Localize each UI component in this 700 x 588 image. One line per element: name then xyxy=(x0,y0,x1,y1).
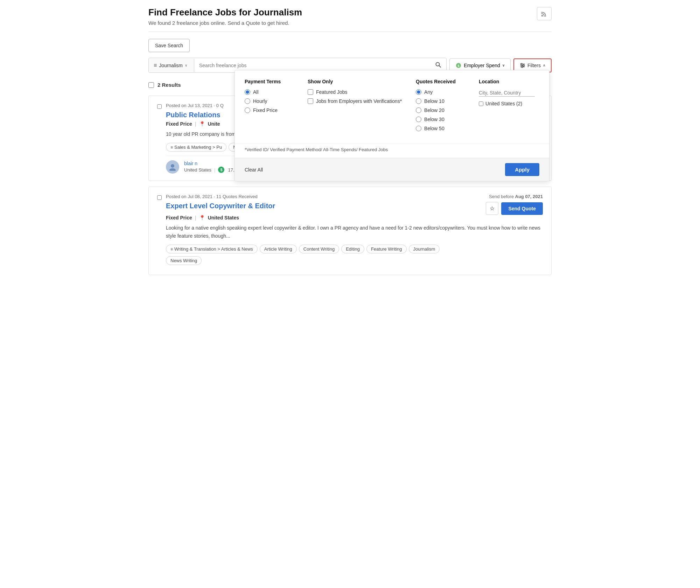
job2-title-link[interactable]: Expert Level Copywriter & Editor xyxy=(166,202,459,210)
list-icon: ≡ xyxy=(170,145,173,150)
job1-posted: Posted on Jul 13, 2021 · 0 Q xyxy=(166,103,224,108)
quotes-any-radio[interactable] xyxy=(416,89,421,95)
job2-send-before: Aug 07, 2021 xyxy=(515,194,543,199)
job2-desc: Looking for a native english speaking ex… xyxy=(166,224,543,240)
pin-icon: 📍 xyxy=(199,121,205,127)
employer-spend-label: Employer Spend xyxy=(464,63,500,68)
quotes-below30-label: Below 30 xyxy=(424,117,444,122)
location-input[interactable] xyxy=(479,89,535,97)
payment-fixed-radio[interactable] xyxy=(245,107,250,113)
job2-category-tag[interactable]: ≡ Writing & Translation > Articles & New… xyxy=(166,245,258,253)
rss-button[interactable] xyxy=(537,7,552,20)
quotes-received-title: Quotes Received xyxy=(416,79,465,84)
page-subtitle: We found 2 freelance jobs online. Send a… xyxy=(148,20,302,26)
job1-location: Unite xyxy=(208,121,220,127)
location-section: Location United States (2) xyxy=(479,79,535,135)
job2-tag-feature[interactable]: Feature Writing xyxy=(366,245,407,253)
payment-all-label: All xyxy=(253,89,259,95)
job2-checkbox[interactable] xyxy=(157,195,162,200)
quotes-below10-label: Below 10 xyxy=(424,98,444,104)
quotes-below50-option[interactable]: Below 50 xyxy=(416,126,465,131)
save-search-button[interactable]: Save Search xyxy=(148,39,190,52)
pin-icon-2: 📍 xyxy=(199,215,205,220)
list-icon: ≡ xyxy=(154,62,157,69)
quotes-below30-radio[interactable] xyxy=(416,117,421,122)
location-title: Location xyxy=(479,79,535,84)
quotes-below10-option[interactable]: Below 10 xyxy=(416,98,465,104)
payment-all-radio[interactable] xyxy=(245,89,250,95)
clear-all-button[interactable]: Clear All xyxy=(245,167,263,173)
svg-point-10 xyxy=(522,66,523,68)
job2-posted: Posted on Jul 08, 2021 · 11 Quotes Recei… xyxy=(166,194,258,199)
payment-all-option[interactable]: All xyxy=(245,89,294,95)
job2-tag-journalism[interactable]: Journalism xyxy=(409,245,440,253)
separator4: | xyxy=(195,215,196,220)
spent-icon: $ xyxy=(218,167,224,173)
svg-point-9 xyxy=(523,65,524,66)
payment-fixed-label: Fixed Price xyxy=(253,107,278,113)
show-only-title: Show Only xyxy=(308,79,402,84)
job2-tags-row-2: News Writing xyxy=(166,256,543,265)
quotes-below30-option[interactable]: Below 30 xyxy=(416,117,465,122)
location-us-label: United States (2) xyxy=(485,101,522,106)
payment-fixed-option[interactable]: Fixed Price xyxy=(245,107,294,113)
svg-text:$: $ xyxy=(458,64,460,68)
filters-label: Filters xyxy=(527,63,541,68)
payment-terms-title: Payment Terms xyxy=(245,79,294,84)
svg-point-8 xyxy=(521,63,522,65)
filter-note: *Verified ID/ Verified Payment Method/ A… xyxy=(235,143,549,158)
quotes-below10-radio[interactable] xyxy=(416,98,421,104)
job2-tag-news[interactable]: News Writing xyxy=(166,256,202,265)
location-us-count: (2) xyxy=(516,101,522,106)
svg-rect-0 xyxy=(541,15,543,16)
svg-point-11 xyxy=(171,164,174,168)
employer-spend-chevron: ∨ xyxy=(502,63,505,67)
location-us-option[interactable]: United States (2) xyxy=(479,101,535,106)
quotes-any-option[interactable]: Any xyxy=(416,89,465,95)
svg-point-12 xyxy=(169,168,176,171)
show-verified-option[interactable]: Jobs from Employers with Verifications* xyxy=(308,98,402,104)
job1-checkbox[interactable] xyxy=(157,104,162,109)
job1-avatar xyxy=(166,160,179,174)
chevron-down-icon: ∨ xyxy=(185,63,187,67)
category-dropdown[interactable]: ≡ Journalism ∨ xyxy=(149,59,194,72)
filter-panel: Payment Terms All Hourly Fixed Price Sho… xyxy=(234,70,550,181)
job2-card-header: Posted on Jul 08, 2021 · 11 Quotes Recei… xyxy=(166,194,543,215)
job-card-2: Posted on Jul 08, 2021 · 11 Quotes Recei… xyxy=(148,187,552,275)
filters-chevron: ∧ xyxy=(543,63,545,67)
quotes-below20-radio[interactable] xyxy=(416,107,421,113)
show-verified-label: Jobs from Employers with Verifications* xyxy=(316,98,402,104)
show-verified-checkbox[interactable] xyxy=(308,98,313,104)
category-label: Journalism xyxy=(159,63,183,68)
job2-meta: Posted on Jul 08, 2021 · 11 Quotes Recei… xyxy=(166,194,459,199)
job2-tag-article[interactable]: Article Writing xyxy=(260,245,297,253)
select-all-checkbox[interactable] xyxy=(148,82,154,88)
job2-star-button[interactable]: ☆ xyxy=(486,202,498,215)
show-featured-option[interactable]: Featured Jobs xyxy=(308,89,402,95)
quotes-below50-radio[interactable] xyxy=(416,126,421,131)
results-count: 2 Results xyxy=(158,82,181,88)
show-featured-checkbox[interactable] xyxy=(308,89,313,95)
job1-category-tag[interactable]: ≡ Sales & Marketing > Pu xyxy=(166,143,226,152)
job2-tag-content[interactable]: Content Writing xyxy=(299,245,339,253)
apply-button[interactable]: Apply xyxy=(505,163,539,176)
job2-tag-editing[interactable]: Editing xyxy=(341,245,364,253)
payment-hourly-option[interactable]: Hourly xyxy=(245,98,294,104)
job2-payment-type: Fixed Price xyxy=(166,215,192,220)
page-title: Find Freelance Jobs for Journalism xyxy=(148,7,302,18)
svg-line-2 xyxy=(439,66,441,68)
job2-send-quote-button[interactable]: Send Quote xyxy=(501,202,543,215)
location-us-checkbox[interactable] xyxy=(479,102,483,106)
job1-payment-type: Fixed Price xyxy=(166,121,192,127)
payment-terms-section: Payment Terms All Hourly Fixed Price xyxy=(245,79,294,135)
quotes-below20-option[interactable]: Below 20 xyxy=(416,107,465,113)
separator2: | xyxy=(214,167,215,173)
job2-location: United States xyxy=(208,215,239,220)
quotes-below20-label: Below 20 xyxy=(424,107,444,113)
quotes-received-section: Quotes Received Any Below 10 Below 20 Be… xyxy=(416,79,465,135)
show-featured-label: Featured Jobs xyxy=(316,89,348,95)
job2-type-location: Fixed Price | 📍 United States xyxy=(166,215,543,220)
show-only-section: Show Only Featured Jobs Jobs from Employ… xyxy=(308,79,402,135)
payment-hourly-radio[interactable] xyxy=(245,98,250,104)
job1-employer-location: United States xyxy=(184,167,211,173)
